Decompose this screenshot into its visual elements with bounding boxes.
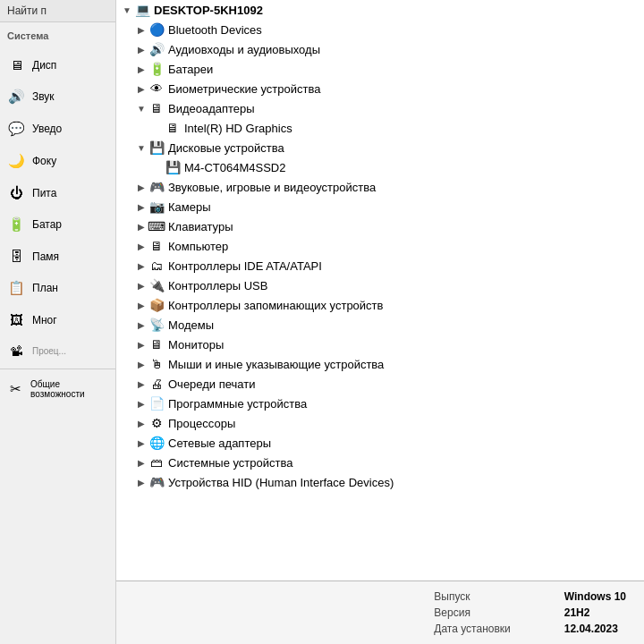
edition-value: Windows 10 <box>564 590 626 603</box>
storage-ctrl-chevron: ▶ <box>134 301 148 310</box>
sidebar-item-sound[interactable]: 🔊 Звук <box>0 80 115 113</box>
cameras-chevron: ▶ <box>134 202 148 212</box>
monitors-label: Мониторы <box>168 338 224 352</box>
install-date-key: Дата установки <box>434 623 510 635</box>
tree-item-m4-ssd[interactable]: 💾 M4-CT064M4SSD2 <box>116 157 644 177</box>
storage-ctrl-label: Контроллеры запоминающих устройств <box>168 299 383 312</box>
display-icon: 🖥 <box>7 57 25 72</box>
ide-ata-label: Контроллеры IDE ATA/ATAPI <box>168 259 322 273</box>
sidebar-item-multi-label: Мног <box>32 314 57 326</box>
biometric-chevron: ▶ <box>134 84 148 94</box>
hid-label: Устройства HID (Human Interface Devices) <box>168 476 394 489</box>
biometric-icon: 👁 <box>148 80 165 97</box>
device-tree: ▼ 💻 DESKTOP-5KH1092 ▶ 🔵 Bluetooth Device… <box>116 0 644 580</box>
tree-item-keyboards[interactable]: ▶ ⌨ Клавиатуры <box>116 216 644 236</box>
tree-item-audio[interactable]: ▶ 🔊 Аудиовходы и аудиовыходы <box>116 39 644 59</box>
power-icon: ⏻ <box>7 185 25 200</box>
tree-item-sound-game[interactable]: ▶ 🎮 Звуковые, игровые и видеоустройства <box>116 177 644 197</box>
system-label: Система <box>7 30 48 41</box>
notifications-icon: 💬 <box>7 121 25 137</box>
sidebar-item-projection[interactable]: 📽 Проец... <box>0 335 115 367</box>
sidebar-item-display-label: Дисп <box>32 59 56 72</box>
version-key: Версия <box>434 606 510 619</box>
sidebar-item-projection-label: Проец... <box>32 346 66 356</box>
tree-item-system-devices[interactable]: ▶ 🗃 Системные устройства <box>116 453 644 472</box>
tree-item-software[interactable]: ▶ 📄 Программные устройства <box>116 394 644 413</box>
bluetooth-label: Bluetooth Devices <box>168 23 262 37</box>
sidebar-item-power[interactable]: ⏻ Пита <box>0 177 115 208</box>
main-window: Найти п Система 🖥 Дисп 🔊 Звук 💬 Уведо 🌙 … <box>0 0 644 644</box>
m4-ssd-icon: 💾 <box>165 159 181 175</box>
sidebar-item-multi[interactable]: 🖼 Мног <box>0 304 115 335</box>
sidebar-item-notifications-label: Уведо <box>32 123 62 135</box>
bluetooth-icon: 🔵 <box>148 21 165 38</box>
tree-item-batteries[interactable]: ▶ 🔋 Батареи <box>116 59 644 79</box>
disk-devices-icon: 💾 <box>148 140 165 156</box>
computer-label: Компьютер <box>168 240 228 253</box>
keyboards-icon: ⌨ <box>148 218 165 234</box>
tree-root[interactable]: ▼ 💻 DESKTOP-5KH1092 <box>116 0 644 20</box>
tree-item-monitors[interactable]: ▶ 🖥 Мониторы <box>116 335 644 354</box>
processors-chevron: ▶ <box>134 419 148 428</box>
sidebar-item-accessibility[interactable]: ✂ Общие возможности <box>0 371 115 407</box>
system-devices-label: Системные устройства <box>168 456 292 470</box>
keyboards-chevron: ▶ <box>134 222 148 232</box>
sidebar-item-focus[interactable]: 🌙 Фоку <box>0 145 115 177</box>
sidebar-item-focus-label: Фоку <box>32 155 56 167</box>
sidebar-item-display[interactable]: 🖥 Дисп <box>0 49 115 80</box>
tree-item-usb-ctrl[interactable]: ▶ 🔌 Контроллеры USB <box>116 275 644 295</box>
tree-item-video-adapters[interactable]: ▼ 🖥 Видеоадаптеры <box>116 98 644 118</box>
version-value: 21H2 <box>564 606 626 619</box>
bottom-info-bar: Выпуск Версия Дата установки Windows 10 … <box>116 580 644 644</box>
sound-game-icon: 🎮 <box>148 179 165 195</box>
sidebar-item-memory[interactable]: 🗄 Памя <box>0 241 115 272</box>
system-devices-chevron: ▶ <box>134 458 148 468</box>
battery-icon: 🔋 <box>7 216 25 233</box>
ide-ata-icon: 🗂 <box>148 258 165 274</box>
storage-ctrl-icon: 📦 <box>148 297 165 313</box>
monitors-icon: 🖥 <box>148 336 165 352</box>
net-adapters-icon: 🌐 <box>148 435 165 451</box>
sidebar-item-plans-label: План <box>32 282 58 294</box>
install-date-value: 12.04.2023 <box>564 623 626 635</box>
sidebar-item-battery[interactable]: 🔋 Батар <box>0 208 115 241</box>
sound-game-label: Звуковые, игровые и видеоустройства <box>168 181 376 194</box>
sidebar-item-power-label: Пита <box>32 187 56 199</box>
software-chevron: ▶ <box>134 399 148 409</box>
tree-item-print-queue[interactable]: ▶ 🖨 Очереди печати <box>116 374 644 394</box>
computer-chevron: ▶ <box>134 242 148 251</box>
right-panel: ▼ 💻 DESKTOP-5KH1092 ▶ 🔵 Bluetooth Device… <box>116 0 644 644</box>
sidebar-item-accessibility-label: Общие возможности <box>30 379 108 399</box>
tree-item-computer[interactable]: ▶ 🖥 Компьютер <box>116 236 644 256</box>
tree-item-disk-devices[interactable]: ▼ 💾 Дисковые устройства <box>116 138 644 157</box>
tree-item-storage-ctrl[interactable]: ▶ 📦 Контроллеры запоминающих устройств <box>116 295 644 315</box>
sidebar-item-battery-label: Батар <box>32 218 62 231</box>
mice-icon: 🖱 <box>148 356 165 372</box>
tree-item-mice[interactable]: ▶ 🖱 Мыши и иные указывающие устройства <box>116 354 644 374</box>
tree-item-cameras[interactable]: ▶ 📷 Камеры <box>116 197 644 216</box>
mice-chevron: ▶ <box>134 360 148 369</box>
tree-item-bluetooth[interactable]: ▶ 🔵 Bluetooth Devices <box>116 20 644 39</box>
sidebar-item-memory-label: Памя <box>32 250 59 263</box>
tree-item-ide-ata[interactable]: ▶ 🗂 Контроллеры IDE ATA/ATAPI <box>116 256 644 275</box>
root-chevron: ▼ <box>120 5 134 15</box>
tree-item-modems[interactable]: ▶ 📡 Модемы <box>116 315 644 335</box>
plans-icon: 📋 <box>7 280 25 296</box>
print-queue-icon: 🖨 <box>148 376 165 392</box>
bluetooth-chevron: ▶ <box>134 25 148 35</box>
search-label: Найти п <box>7 4 47 17</box>
sidebar-item-plans[interactable]: 📋 План <box>0 272 115 304</box>
modems-label: Модемы <box>168 318 214 332</box>
sidebar-item-notifications[interactable]: 💬 Уведо <box>0 113 115 145</box>
modems-icon: 📡 <box>148 317 165 333</box>
tree-item-biometric[interactable]: ▶ 👁 Биометрические устройства <box>116 79 644 98</box>
system-section-header: Система <box>0 22 115 49</box>
usb-ctrl-chevron: ▶ <box>134 281 148 291</box>
tree-item-net-adapters[interactable]: ▶ 🌐 Сетевые адаптеры <box>116 433 644 453</box>
tree-item-processors[interactable]: ▶ ⚙ Процессоры <box>116 413 644 433</box>
tree-item-intel-hd[interactable]: 🖥 Intel(R) HD Graphics <box>116 118 644 138</box>
memory-icon: 🗄 <box>7 249 25 264</box>
search-bar[interactable]: Найти п <box>0 0 115 22</box>
info-labels: Выпуск Версия Дата установки <box>434 590 510 635</box>
tree-item-hid[interactable]: ▶ 🎮 Устройства HID (Human Interface Devi… <box>116 472 644 492</box>
